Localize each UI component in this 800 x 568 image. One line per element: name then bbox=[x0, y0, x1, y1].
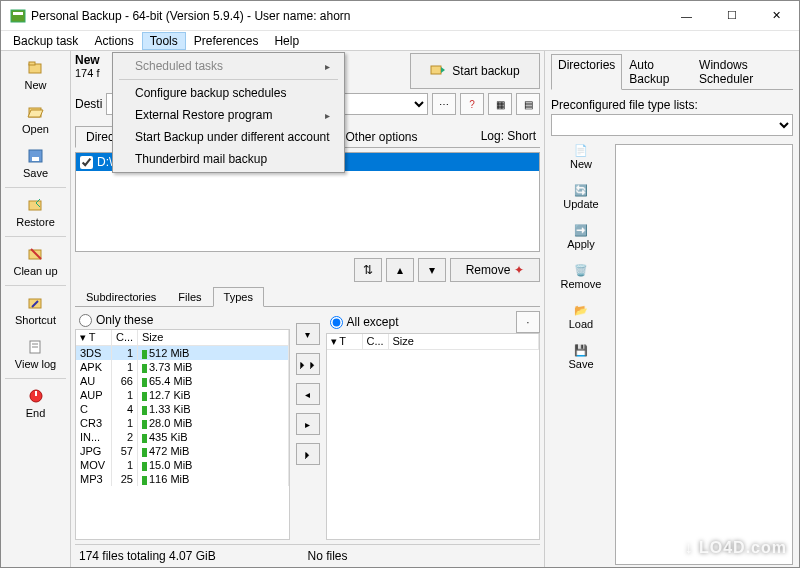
menu-tools[interactable]: Tools bbox=[142, 32, 186, 50]
type-row[interactable]: JPG57472 MiB bbox=[76, 444, 289, 458]
toolbar-separator bbox=[5, 187, 66, 188]
move-all-right-button[interactable]: ▾ bbox=[296, 323, 320, 345]
rtab-directories[interactable]: Directories bbox=[551, 54, 622, 90]
types-area: Only these ▾ T C... Size 3DS1512 MiBAPK1… bbox=[75, 311, 540, 540]
sub-tabs: Subdirectories Files Types bbox=[75, 286, 540, 307]
status-right: No files bbox=[308, 549, 537, 563]
type-row[interactable]: MP325116 MiB bbox=[76, 472, 289, 486]
power-icon bbox=[26, 387, 46, 405]
all-except-input[interactable] bbox=[330, 316, 343, 329]
type-row[interactable]: 3DS1512 MiB bbox=[76, 346, 289, 360]
dest-btn-calendar[interactable]: ▦ bbox=[488, 93, 512, 115]
type-row[interactable]: IN...2435 KiB bbox=[76, 430, 289, 444]
move-up-button[interactable]: ▴ bbox=[386, 258, 414, 282]
close-button[interactable]: ✕ bbox=[754, 2, 799, 30]
menu-separator bbox=[119, 79, 338, 80]
tool-open[interactable]: Open bbox=[1, 97, 70, 141]
rbtn-apply[interactable]: ➡️Apply bbox=[551, 224, 611, 250]
only-these-radio[interactable]: Only these bbox=[75, 311, 290, 329]
tool-label: New bbox=[24, 79, 46, 91]
toolbar-separator bbox=[5, 236, 66, 237]
dd-item-label: Thunderbird mail backup bbox=[135, 152, 267, 166]
dd-external-restore[interactable]: External Restore program ▸ bbox=[115, 104, 342, 126]
type-row[interactable]: APK13.73 MiB bbox=[76, 360, 289, 374]
toolbar-separator bbox=[5, 285, 66, 286]
dd-start-diff-account[interactable]: Start Backup under different account bbox=[115, 126, 342, 148]
move-right-all-icon-button[interactable]: ⏵⏵ bbox=[296, 353, 320, 375]
rbtn-load[interactable]: 📂Load bbox=[551, 304, 611, 330]
move-right-2-button[interactable]: ⏵ bbox=[296, 443, 320, 465]
tool-new[interactable]: New bbox=[1, 53, 70, 97]
preconfigured-select[interactable] bbox=[551, 114, 793, 136]
rbtn-save[interactable]: 💾Save bbox=[551, 344, 611, 370]
rbtn-new[interactable]: 📄New bbox=[551, 144, 611, 170]
all-except-extra-button[interactable]: · bbox=[516, 311, 540, 333]
chevron-right-icon: ▸ bbox=[325, 110, 330, 121]
type-row[interactable]: MOV115.0 MiB bbox=[76, 458, 289, 472]
move-left-button[interactable]: ◂ bbox=[296, 383, 320, 405]
svg-rect-1 bbox=[13, 12, 23, 15]
dest-btn-info[interactable]: ? bbox=[460, 93, 484, 115]
rtab-scheduler[interactable]: Windows Scheduler bbox=[692, 54, 793, 90]
update-icon: 🔄 bbox=[574, 184, 588, 197]
subtab-types[interactable]: Types bbox=[213, 287, 264, 307]
menu-backup-task[interactable]: Backup task bbox=[5, 32, 86, 50]
left-toolbar: New Open Save Restore Clean up Shortcut … bbox=[1, 51, 71, 567]
directory-checkbox[interactable] bbox=[80, 156, 93, 169]
tool-viewlog[interactable]: View log bbox=[1, 332, 70, 376]
dest-btn-more[interactable]: ▤ bbox=[516, 93, 540, 115]
rtab-autobackup[interactable]: Auto Backup bbox=[622, 54, 692, 90]
move-right-button[interactable]: ▸ bbox=[296, 413, 320, 435]
rbtn-label: Save bbox=[568, 358, 593, 370]
tab-other-options[interactable]: Other options bbox=[334, 126, 428, 148]
dd-scheduled-tasks[interactable]: Scheduled tasks ▸ bbox=[115, 55, 342, 77]
move-down-button[interactable]: ▾ bbox=[418, 258, 446, 282]
log-mode[interactable]: Log: Short bbox=[481, 129, 540, 143]
subtab-subdirectories[interactable]: Subdirectories bbox=[75, 287, 167, 307]
subtab-files[interactable]: Files bbox=[167, 287, 212, 307]
apply-icon: ➡️ bbox=[574, 224, 588, 237]
right-list[interactable] bbox=[615, 144, 793, 565]
menu-actions[interactable]: Actions bbox=[86, 32, 141, 50]
minimize-button[interactable]: — bbox=[664, 2, 709, 30]
tool-label: Save bbox=[23, 167, 48, 179]
right-buttons: 📄New 🔄Update ➡️Apply 🗑️Remove 📂Load 💾Sav… bbox=[551, 144, 611, 565]
dd-configure-schedules[interactable]: Configure backup schedules bbox=[115, 82, 342, 104]
type-row[interactable]: AU6665.4 MiB bbox=[76, 374, 289, 388]
menu-help[interactable]: Help bbox=[266, 32, 307, 50]
tool-shortcut[interactable]: Shortcut bbox=[1, 288, 70, 332]
dest-btn-browse[interactable]: ⋯ bbox=[432, 93, 456, 115]
shortcut-icon bbox=[26, 294, 46, 312]
remove-button[interactable]: Remove ✦ bbox=[450, 258, 540, 282]
maximize-button[interactable]: ☐ bbox=[709, 2, 754, 30]
only-these-input[interactable] bbox=[79, 314, 92, 327]
remove-icon: ✦ bbox=[514, 263, 524, 277]
svg-rect-3 bbox=[29, 62, 35, 65]
type-row[interactable]: CR3128.0 MiB bbox=[76, 416, 289, 430]
tool-restore[interactable]: Restore bbox=[1, 190, 70, 234]
play-icon bbox=[430, 63, 446, 80]
tools-dropdown: Scheduled tasks ▸ Configure backup sched… bbox=[112, 52, 345, 173]
tool-cleanup[interactable]: Clean up bbox=[1, 239, 70, 283]
rbtn-update[interactable]: 🔄Update bbox=[551, 184, 611, 210]
destination-label: Desti bbox=[75, 97, 102, 111]
tool-save[interactable]: Save bbox=[1, 141, 70, 185]
all-except-list[interactable]: ▾ T C... Size bbox=[326, 333, 541, 540]
new-icon: 📄 bbox=[574, 144, 588, 157]
sort-button[interactable]: ⇅ bbox=[354, 258, 382, 282]
type-row[interactable]: C41.33 KiB bbox=[76, 402, 289, 416]
rbtn-remove[interactable]: 🗑️Remove bbox=[551, 264, 611, 290]
svg-rect-17 bbox=[431, 66, 441, 74]
titlebar: Personal Backup - 64-bit (Version 5.9.4)… bbox=[1, 1, 799, 31]
dd-thunderbird-backup[interactable]: Thunderbird mail backup bbox=[115, 148, 342, 170]
type-row[interactable]: AUP112.7 KiB bbox=[76, 388, 289, 402]
watermark: ↓ LO4D.com bbox=[685, 539, 787, 557]
only-these-list[interactable]: ▾ T C... Size 3DS1512 MiBAPK13.73 MiBAU6… bbox=[75, 329, 290, 540]
start-backup-button[interactable]: Start backup bbox=[410, 53, 540, 89]
all-except-radio[interactable]: All except bbox=[326, 313, 517, 331]
viewlog-icon bbox=[26, 338, 46, 356]
menu-preferences[interactable]: Preferences bbox=[186, 32, 267, 50]
only-these-col: Only these ▾ T C... Size 3DS1512 MiBAPK1… bbox=[75, 311, 290, 540]
tool-end[interactable]: End bbox=[1, 381, 70, 425]
remove-icon: 🗑️ bbox=[574, 264, 588, 277]
